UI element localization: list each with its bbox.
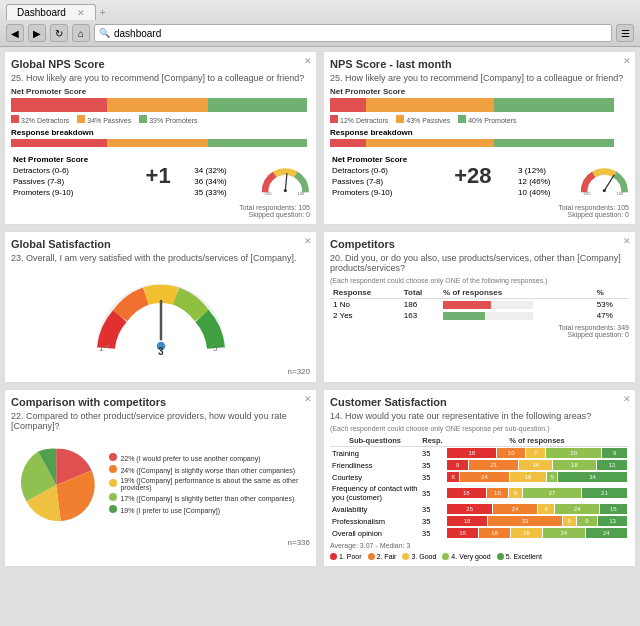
lm-legend-promoters: 40% Promoters — [458, 115, 516, 124]
comp-bar-fill-2 — [443, 312, 485, 320]
cs-avg: Average: 3.07 - Median: 3 — [330, 542, 629, 549]
nps-last-month-close[interactable]: ✕ — [623, 56, 631, 66]
active-tab[interactable]: Dashboard ✕ — [6, 4, 96, 20]
forward-button[interactable]: ▶ — [28, 24, 46, 42]
nps-lm-count-promoters: 10 (40%) — [516, 187, 572, 198]
nps-lm-count-passives: 12 (46%) — [516, 176, 572, 187]
comp-bar-wrap-2 — [443, 312, 533, 320]
global-satisfaction-question: 23. Overall, I am very satisfied with th… — [11, 253, 310, 263]
pie-dot-4 — [109, 493, 117, 501]
pie-dot-5 — [109, 505, 117, 513]
svg-text:-100: -100 — [264, 191, 273, 196]
cs-seg-0-4: 9 — [602, 448, 627, 458]
svg-text:100: 100 — [298, 191, 306, 196]
cs-seg-2-3: 5 — [547, 472, 557, 482]
tab-bar: Dashboard ✕ + — [6, 4, 634, 20]
competitors-close[interactable]: ✕ — [623, 236, 631, 246]
nps-lm-table: Net Promoter Score+28 Detractors (0-6)3 … — [330, 154, 572, 198]
nps-count-promoters: 35 (33%) — [192, 187, 253, 198]
lm-rb-red — [330, 139, 366, 147]
cs-seg-2-4: 34 — [558, 472, 627, 482]
cs-seg-0-0: 18 — [447, 448, 496, 458]
pie-legend: 22% (I would prefer to use another compa… — [109, 453, 310, 517]
lm-legend-detractors: 12% Detractors — [330, 115, 388, 124]
global-nps-footer: Total respondents: 105 Skipped question:… — [11, 204, 310, 218]
comp-total-1: 186 — [401, 299, 440, 311]
nps-last-month-title: NPS Score - last month — [330, 58, 629, 70]
comp-row-no: 1 No 186 53% — [330, 299, 629, 311]
comparison-pie — [11, 435, 101, 535]
cs-row-3: Frequency of contact with you (customer)… — [330, 483, 629, 503]
global-nps-card: Global NPS Score 25. How likely are you … — [4, 51, 317, 225]
page-wrapper: Global NPS Score 25. How likely are you … — [0, 47, 640, 626]
competitors-sub-note: (Each respondent could choose only ONE o… — [330, 277, 629, 284]
nps-lm-rb-label: Response breakdown — [330, 128, 629, 137]
lm-passives-dot — [396, 115, 404, 123]
svg-point-5 — [603, 189, 606, 192]
cs-bar-cell-6: 1818182424 — [445, 527, 629, 539]
nps-row-promoters: Promoters (9-10) — [11, 187, 144, 198]
pie-dot-2 — [109, 465, 117, 473]
nps-bar-detractors — [11, 98, 107, 112]
nps-score-big: +1 — [146, 163, 171, 188]
nav-bar: ◀ ▶ ↻ ⌂ 🔍 dashboard ☰ — [6, 24, 634, 42]
competitors-table: Response Total % of responses % 1 No 186 — [330, 287, 629, 321]
refresh-button[interactable]: ↻ — [50, 24, 68, 42]
cs-bar-cell-2: 62418534 — [445, 471, 629, 483]
new-tab-button[interactable]: + — [100, 7, 106, 18]
svg-text:5: 5 — [213, 344, 218, 353]
cs-close[interactable]: ✕ — [623, 394, 631, 404]
global-satisfaction-close[interactable]: ✕ — [304, 236, 312, 246]
comparison-close[interactable]: ✕ — [304, 394, 312, 404]
cs-seg-6-4: 24 — [586, 528, 627, 538]
nps-lm-bar-promoters — [494, 98, 614, 112]
cs-seg-2-1: 24 — [460, 472, 509, 482]
home-button[interactable]: ⌂ — [72, 24, 90, 42]
nps-lm-count-detractors: 3 (12%) — [516, 165, 572, 176]
cs-dot-very-good — [442, 553, 449, 560]
lm-detractors-dot — [330, 115, 338, 123]
competitors-card: Competitors 20. Did you, or do you also,… — [323, 231, 636, 383]
menu-button[interactable]: ☰ — [616, 24, 634, 42]
global-nps-close[interactable]: ✕ — [304, 56, 312, 66]
cs-bar-cell-1: 921141813 — [445, 459, 629, 471]
cs-label-6: Overall opinion — [330, 527, 420, 539]
cs-label-3: Frequency of contact with you (customer) — [330, 483, 420, 503]
cs-legend-good: 3. Good — [402, 553, 436, 560]
cs-seg-6-2: 18 — [511, 528, 542, 538]
cs-dot-excellent — [497, 553, 504, 560]
url-text: dashboard — [114, 28, 161, 39]
cs-seg-3-3: 27 — [523, 488, 581, 498]
cs-bar-cell-5: 18336913 — [445, 515, 629, 527]
cs-seg-1-4: 13 — [597, 460, 627, 470]
address-bar[interactable]: 🔍 dashboard — [94, 24, 612, 42]
nps-lm-gauge: -100 100 — [580, 151, 629, 201]
nps-lm-row-passives: Passives (7-8) — [330, 176, 452, 187]
pie-area: 22% (I would prefer to use another compa… — [11, 435, 310, 535]
cs-legend-very-good: 4. Very good — [442, 553, 490, 560]
cs-bar-row-6: 1818182424 — [447, 528, 627, 538]
cs-resp-5: 35 — [420, 515, 445, 527]
cs-seg-6-3: 24 — [543, 528, 584, 538]
cs-seg-4-0: 25 — [447, 504, 492, 514]
cs-row-1: Friendliness35921141813 — [330, 459, 629, 471]
lm-legend-passives: 43% Passives — [396, 115, 450, 124]
detractors-dot — [11, 115, 19, 123]
comp-total-2: 163 — [401, 310, 440, 321]
comparison-question: 22. Compared to other product/service pr… — [11, 411, 310, 431]
global-satisfaction-card: Global Satisfaction 23. Overall, I am ve… — [4, 231, 317, 383]
cs-bar-row-4: 252492415 — [447, 504, 627, 514]
cs-label-2: Courtesy — [330, 471, 420, 483]
competitors-footer: Total respondents: 349 Skipped question:… — [330, 324, 629, 338]
cs-legend-fair: 2. Fair — [368, 553, 397, 560]
svg-text:-100: -100 — [583, 191, 592, 196]
cs-label-5: Professionalism — [330, 515, 420, 527]
cs-col-pct: % of responses — [445, 435, 629, 447]
back-button[interactable]: ◀ — [6, 24, 24, 42]
cs-bar-cell-3: 181062721 — [445, 483, 629, 503]
nps-last-month-card: NPS Score - last month 25. How likely ar… — [323, 51, 636, 225]
comp-bar-wrap-1 — [443, 301, 533, 309]
customer-satisfaction-card: Customer Satisfaction 14. How would you … — [323, 389, 636, 567]
svg-line-4 — [605, 175, 615, 190]
nps-lm-rb — [330, 139, 629, 147]
